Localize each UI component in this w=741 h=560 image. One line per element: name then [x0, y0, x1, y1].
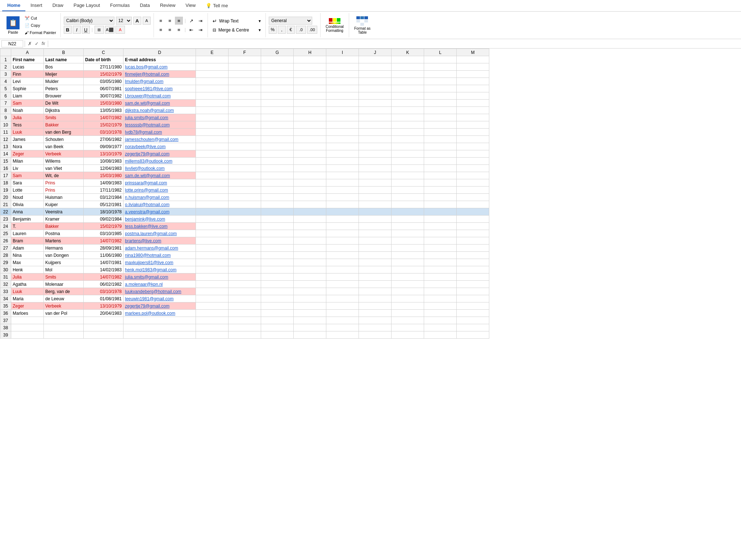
table-cell[interactable] [124, 317, 196, 324]
formula-input[interactable] [50, 41, 740, 46]
table-cell-empty[interactable] [196, 150, 229, 158]
table-cell-empty[interactable] [294, 107, 326, 114]
table-cell-empty[interactable] [424, 216, 457, 223]
table-cell-empty[interactable] [196, 281, 229, 288]
table-cell-empty[interactable] [392, 136, 424, 143]
table-cell-empty[interactable] [457, 136, 489, 143]
table-cell[interactable]: First name [11, 56, 44, 63]
table-cell-empty[interactable] [261, 295, 294, 302]
table-cell-empty[interactable] [424, 129, 457, 136]
table-cell-empty[interactable] [229, 143, 261, 150]
table-cell-empty[interactable] [261, 230, 294, 237]
table-cell-empty[interactable] [229, 85, 261, 92]
table-cell-empty[interactable] [359, 208, 392, 216]
number-format-select[interactable]: General [269, 17, 312, 25]
row-header[interactable]: 33 [0, 288, 11, 295]
col-header-c[interactable]: C [84, 49, 124, 56]
table-cell-empty[interactable] [326, 143, 359, 150]
table-cell[interactable] [44, 331, 84, 339]
table-cell-empty[interactable] [457, 172, 489, 179]
table-cell-empty[interactable] [294, 71, 326, 78]
table-cell-empty[interactable] [359, 252, 392, 259]
table-cell-empty[interactable] [457, 223, 489, 230]
table-cell[interactable] [124, 324, 196, 331]
table-cell-empty[interactable] [294, 78, 326, 85]
borders-button[interactable]: ⊞ [95, 26, 104, 34]
fill-color-button[interactable]: A⬛ [105, 26, 114, 34]
table-cell[interactable]: prinssara@gmail.com [124, 179, 196, 187]
table-cell-empty[interactable] [294, 288, 326, 295]
table-cell[interactable]: Sam [11, 100, 44, 107]
table-cell-empty[interactable] [424, 92, 457, 100]
table-cell-empty[interactable] [359, 179, 392, 187]
table-cell-empty[interactable] [196, 201, 229, 208]
table-cell[interactable]: o.liviakui@hotmail.com [124, 201, 196, 208]
table-cell-empty[interactable] [326, 295, 359, 302]
table-cell-empty[interactable] [326, 331, 359, 339]
copy-button[interactable]: 📄 Copy [23, 22, 58, 29]
table-cell-empty[interactable] [457, 273, 489, 281]
table-cell-empty[interactable] [359, 92, 392, 100]
table-cell-empty[interactable] [196, 107, 229, 114]
table-cell-empty[interactable] [424, 187, 457, 194]
table-cell-empty[interactable] [229, 208, 261, 216]
table-cell-empty[interactable] [457, 100, 489, 107]
col-header-f[interactable]: F [229, 49, 261, 56]
table-cell[interactable]: James [11, 136, 44, 143]
table-cell-empty[interactable] [294, 273, 326, 281]
table-cell[interactable]: Kuijpers [44, 259, 84, 266]
table-cell-empty[interactable] [457, 324, 489, 331]
table-cell[interactable]: 15/03/1980 [84, 100, 124, 107]
table-cell-empty[interactable] [392, 310, 424, 317]
table-cell-empty[interactable] [294, 85, 326, 92]
table-cell[interactable]: luukvandeberg@hotmail.com [124, 288, 196, 295]
table-cell[interactable]: dijkstra.noah@gmail.com [124, 107, 196, 114]
decrease-font-button[interactable]: A [143, 17, 151, 25]
cut-button[interactable]: ✂️ Cut [23, 15, 58, 21]
table-cell[interactable] [84, 317, 124, 324]
table-cell-empty[interactable] [457, 281, 489, 288]
table-cell-empty[interactable] [229, 179, 261, 187]
align-top-button[interactable]: ≡ [157, 17, 165, 25]
table-cell[interactable]: Finn [11, 71, 44, 78]
table-cell-empty[interactable] [392, 63, 424, 71]
table-cell-empty[interactable] [229, 252, 261, 259]
table-cell[interactable]: Zeger [11, 150, 44, 158]
table-cell-empty[interactable] [457, 302, 489, 310]
align-bottom-button[interactable]: ≡ [175, 17, 183, 25]
table-cell-empty[interactable] [424, 85, 457, 92]
table-cell[interactable]: Anna [11, 208, 44, 216]
row-header[interactable]: 38 [0, 324, 11, 331]
table-cell[interactable]: noravbeek@live.com [124, 143, 196, 150]
table-cell-empty[interactable] [457, 230, 489, 237]
table-cell[interactable]: T. [11, 223, 44, 230]
table-cell-empty[interactable] [326, 216, 359, 223]
table-cell[interactable]: 13/10/1979 [84, 150, 124, 158]
table-cell-empty[interactable] [294, 230, 326, 237]
col-header-j[interactable]: J [359, 49, 392, 56]
table-cell-empty[interactable] [261, 252, 294, 259]
table-cell[interactable]: 13/05/1983 [84, 107, 124, 114]
table-cell-empty[interactable] [392, 237, 424, 245]
table-cell[interactable]: 14/02/1983 [84, 266, 124, 273]
table-cell[interactable]: livvliet@outlook.com [124, 165, 196, 172]
table-cell-empty[interactable] [457, 317, 489, 324]
table-cell[interactable]: 03/10/1985 [84, 230, 124, 237]
bold-button[interactable]: B [64, 26, 72, 34]
table-cell-empty[interactable] [261, 216, 294, 223]
table-cell-empty[interactable] [229, 114, 261, 121]
table-cell-empty[interactable] [392, 295, 424, 302]
table-cell-empty[interactable] [424, 71, 457, 78]
table-cell-empty[interactable] [392, 78, 424, 85]
table-cell[interactable]: Luuk [11, 129, 44, 136]
table-cell-empty[interactable] [229, 100, 261, 107]
table-cell-empty[interactable] [261, 56, 294, 63]
row-header[interactable]: 16 [0, 165, 11, 172]
table-cell-empty[interactable] [326, 92, 359, 100]
table-cell[interactable]: 06/02/1982 [84, 281, 124, 288]
table-cell-empty[interactable] [359, 216, 392, 223]
table-cell-empty[interactable] [229, 92, 261, 100]
table-cell-empty[interactable] [326, 310, 359, 317]
table-cell[interactable]: Liam [11, 92, 44, 100]
underline-button[interactable]: U [82, 26, 90, 34]
